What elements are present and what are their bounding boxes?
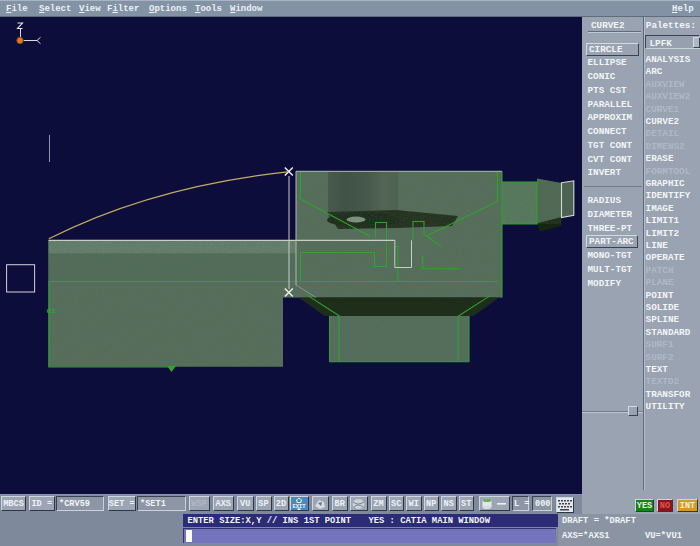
svg-text:dz: dz — [47, 306, 57, 315]
